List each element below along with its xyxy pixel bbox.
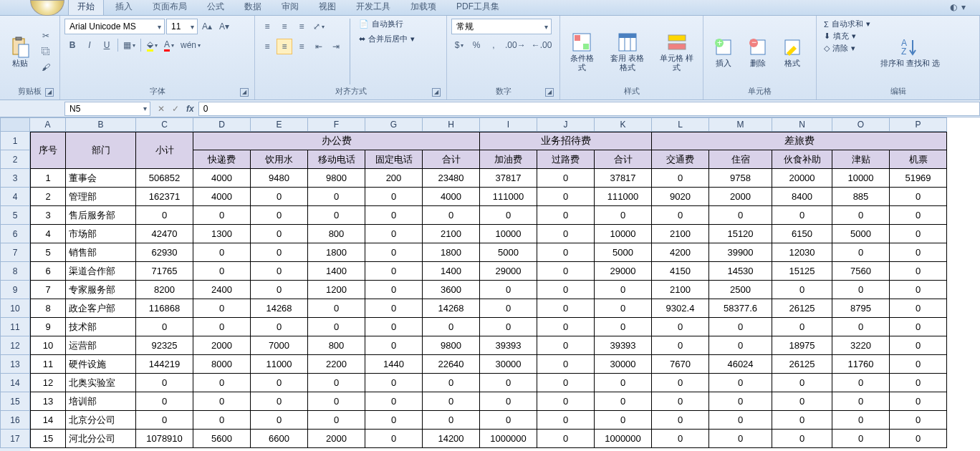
phonetic-button[interactable]: wén bbox=[178, 37, 203, 53]
col-header[interactable]: G bbox=[365, 117, 423, 132]
col-header[interactable]: A bbox=[30, 117, 66, 132]
clipboard-dialog-launcher[interactable]: ◢ bbox=[45, 88, 54, 97]
cell[interactable]: 1000000 bbox=[595, 430, 652, 448]
cell[interactable]: 住宿 bbox=[709, 150, 772, 169]
cell[interactable]: 河北分公司 bbox=[66, 430, 136, 448]
decrease-indent-button[interactable]: ⇤ bbox=[311, 39, 327, 54]
fill-color-button[interactable]: ⬙ bbox=[144, 37, 160, 53]
cell[interactable]: 1440 bbox=[365, 355, 423, 374]
align-bottom-button[interactable]: ≡ bbox=[294, 19, 309, 34]
cell[interactable]: 硬件设施 bbox=[66, 355, 136, 374]
cell[interactable]: 0 bbox=[136, 411, 193, 430]
cell[interactable]: 销售部 bbox=[66, 243, 136, 262]
row-header[interactable]: 11 bbox=[0, 318, 30, 336]
row-header[interactable]: 4 bbox=[0, 188, 30, 206]
cell[interactable]: 4000 bbox=[193, 169, 251, 188]
font-name-combo[interactable]: Arial Unicode MS bbox=[64, 19, 165, 34]
decrease-decimal-button[interactable]: ←.00 bbox=[529, 37, 554, 53]
align-middle-button[interactable]: ≡ bbox=[277, 19, 292, 34]
cell[interactable]: 0 bbox=[251, 281, 308, 299]
cell[interactable]: 1200 bbox=[308, 281, 365, 299]
cell[interactable]: 专家服务部 bbox=[66, 281, 136, 299]
tab-9[interactable]: PDF工具集 bbox=[448, 0, 508, 15]
font-size-combo[interactable]: 11 bbox=[166, 19, 198, 34]
underline-button[interactable]: U bbox=[99, 37, 115, 53]
cell[interactable]: 39393 bbox=[595, 336, 652, 355]
cell[interactable]: 6 bbox=[30, 262, 66, 281]
cell[interactable]: 1 bbox=[30, 169, 66, 188]
row-header[interactable]: 7 bbox=[0, 243, 30, 262]
cell[interactable]: 0 bbox=[772, 392, 832, 411]
cell[interactable]: 0 bbox=[480, 281, 537, 299]
cell[interactable]: 0 bbox=[652, 169, 709, 188]
cell[interactable]: 移动电话 bbox=[308, 150, 365, 169]
cell[interactable]: 2500 bbox=[709, 281, 772, 299]
tab-5[interactable]: 审阅 bbox=[273, 0, 307, 15]
cell[interactable]: 71765 bbox=[136, 262, 193, 281]
row-header[interactable]: 6 bbox=[0, 225, 30, 243]
cell[interactable]: 0 bbox=[890, 299, 947, 318]
cell[interactable]: 0 bbox=[308, 411, 365, 430]
cell[interactable]: 运营部 bbox=[66, 336, 136, 355]
cell[interactable]: 15120 bbox=[709, 225, 772, 243]
cell[interactable]: 0 bbox=[251, 392, 308, 411]
cell[interactable]: 0 bbox=[480, 206, 537, 225]
cell[interactable]: 快递费 bbox=[193, 150, 251, 169]
cell[interactable]: 0 bbox=[537, 430, 595, 448]
cell[interactable]: 39393 bbox=[480, 336, 537, 355]
cell[interactable]: 0 bbox=[890, 318, 947, 336]
cell[interactable]: 0 bbox=[136, 392, 193, 411]
cell[interactable]: 11 bbox=[30, 355, 66, 374]
cell[interactable]: 0 bbox=[251, 411, 308, 430]
cell[interactable]: 37817 bbox=[595, 169, 652, 188]
cell[interactable]: 506852 bbox=[136, 169, 193, 188]
cell[interactable]: 0 bbox=[251, 374, 308, 392]
cell[interactable]: 0 bbox=[537, 206, 595, 225]
cell[interactable]: 0 bbox=[595, 206, 652, 225]
cell[interactable]: 0 bbox=[890, 336, 947, 355]
cell[interactable]: 2000 bbox=[193, 336, 251, 355]
cell[interactable]: 0 bbox=[832, 318, 890, 336]
cell[interactable]: 200 bbox=[365, 169, 423, 188]
insert-cells-button[interactable]: + 插入 bbox=[708, 19, 739, 84]
cell[interactable]: 8 bbox=[30, 299, 66, 318]
paste-button[interactable]: 粘贴 bbox=[4, 19, 36, 84]
cell[interactable]: 20000 bbox=[772, 169, 832, 188]
align-right-button[interactable]: ≡ bbox=[294, 39, 309, 54]
cell[interactable]: 8795 bbox=[832, 299, 890, 318]
cell[interactable]: 30000 bbox=[595, 355, 652, 374]
cell[interactable]: 0 bbox=[193, 411, 251, 430]
cell[interactable]: 合计 bbox=[595, 150, 652, 169]
cell[interactable]: 政企客户部 bbox=[66, 299, 136, 318]
cell[interactable]: 14268 bbox=[251, 299, 308, 318]
tab-0[interactable]: 开始 bbox=[68, 0, 104, 15]
col-header[interactable]: N bbox=[772, 117, 832, 132]
merge-center-button[interactable]: ⬌ 合并后居中 ▾ bbox=[356, 34, 418, 44]
row-header[interactable]: 15 bbox=[0, 392, 30, 411]
cell[interactable]: 15 bbox=[30, 430, 66, 448]
row-header[interactable]: 16 bbox=[0, 411, 30, 430]
cell[interactable]: 0 bbox=[365, 206, 423, 225]
row-header[interactable]: 1 bbox=[0, 132, 30, 150]
cell[interactable]: 0 bbox=[193, 299, 251, 318]
autosum-button[interactable]: Σ 自动求和 ▾ bbox=[821, 19, 873, 29]
cell[interactable]: 29000 bbox=[595, 262, 652, 281]
cell[interactable]: 2000 bbox=[709, 188, 772, 206]
cell[interactable]: 0 bbox=[193, 374, 251, 392]
cell[interactable]: 0 bbox=[595, 299, 652, 318]
cell[interactable]: 6150 bbox=[772, 225, 832, 243]
cell[interactable]: 58377.6 bbox=[709, 299, 772, 318]
enter-formula-icon[interactable]: ✓ bbox=[169, 104, 182, 114]
number-format-combo[interactable]: 常规 bbox=[451, 19, 552, 34]
cell[interactable]: 11000 bbox=[251, 355, 308, 374]
cell[interactable]: 0 bbox=[480, 318, 537, 336]
sort-filter-button[interactable]: AZ 排序和 查找和 选 bbox=[876, 19, 944, 84]
comma-button[interactable]: , bbox=[486, 37, 501, 53]
minimize-ribbon-icon[interactable]: ▾ bbox=[961, 2, 966, 12]
currency-button[interactable]: $ bbox=[451, 37, 467, 53]
tab-1[interactable]: 插入 bbox=[107, 0, 141, 15]
cell[interactable]: 0 bbox=[652, 318, 709, 336]
conditional-format-button[interactable]: 条件格式 bbox=[565, 19, 600, 84]
cell[interactable]: 机票 bbox=[890, 150, 947, 169]
cell[interactable]: 0 bbox=[709, 392, 772, 411]
